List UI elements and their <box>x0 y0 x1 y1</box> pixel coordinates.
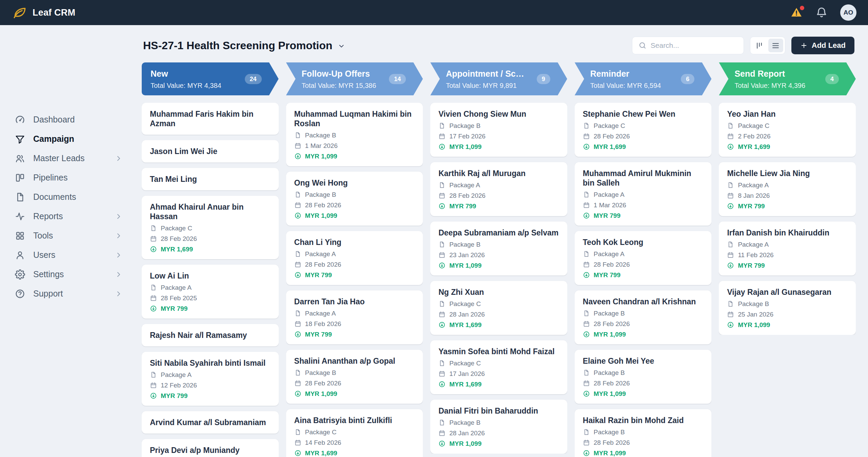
lead-date-row: 28 Jan 2026 <box>438 430 559 437</box>
lead-price-row: MYR 1,099 <box>294 390 415 397</box>
column-count-badge: 24 <box>245 74 262 84</box>
sidebar-item-tools[interactable]: Tools <box>0 226 133 245</box>
lead-card[interactable]: Shalini Ananthan a/p Gopal Package B 28 … <box>286 350 423 404</box>
lead-price-row: MYR 1,699 <box>294 450 415 457</box>
notifications-button[interactable] <box>815 6 828 19</box>
avatar[interactable]: AO <box>840 4 856 21</box>
lead-card[interactable]: Muhammad Faris Hakim bin Azman <box>142 103 279 135</box>
lead-card[interactable]: Naveen Chandran a/l Krishnan Package B 2… <box>575 290 712 344</box>
lead-card[interactable]: Vivien Chong Siew Mun Package B 17 Feb 2… <box>430 103 567 157</box>
lead-card[interactable]: Karthik Raj a/l Murugan Package A 28 Feb… <box>430 162 567 216</box>
lead-card[interactable]: Danial Fitri bin Baharuddin Package B 28… <box>430 400 567 454</box>
lead-card[interactable]: Chan Li Ying Package A 28 Feb 2026 MYR 7… <box>286 231 423 285</box>
package-icon <box>294 310 301 317</box>
price-icon <box>150 392 157 399</box>
sidebar-item-master-leads[interactable]: Master Leads <box>0 149 133 168</box>
sidebar-item-campaign[interactable]: Campaign <box>0 129 133 149</box>
package-icon <box>150 284 157 291</box>
column-count-badge: 6 <box>681 74 694 84</box>
lead-name: Muhammad Luqman Hakimi bin Roslan <box>294 109 415 128</box>
kanban-view-button[interactable] <box>752 39 767 52</box>
sidebar-item-settings[interactable]: Settings <box>0 265 133 284</box>
lead-package: Package C <box>305 429 337 435</box>
price-icon <box>438 203 446 210</box>
alerts-button[interactable] <box>790 6 803 19</box>
add-lead-button[interactable]: Add Lead <box>791 37 854 54</box>
lead-card[interactable]: Ong Wei Hong Package B 28 Feb 2026 MYR 1… <box>286 172 423 226</box>
lead-card[interactable]: Ng Zhi Xuan Package C 28 Jan 2026 MYR 1,… <box>430 281 567 335</box>
lead-card[interactable]: Teoh Kok Leong Package A 28 Feb 2026 MYR… <box>575 231 712 285</box>
lead-date-row: 17 Jan 2026 <box>438 370 559 377</box>
lead-card[interactable]: Yasmin Sofea binti Mohd Faizal Package C… <box>430 340 567 394</box>
list-view-button[interactable] <box>768 39 783 52</box>
lead-card[interactable]: Vijay Rajan a/l Gunasegaran Package B 25… <box>719 281 856 335</box>
package-icon <box>583 429 590 436</box>
calendar-icon <box>294 439 301 446</box>
chevron-down-icon <box>338 42 345 50</box>
lead-name: Danial Fitri bin Baharuddin <box>438 406 559 416</box>
lead-card[interactable]: Priya Devi a/p Muniandy <box>142 439 279 457</box>
lead-card[interactable]: Haikal Razin bin Mohd Zaid Package B 28 … <box>575 409 712 457</box>
lead-price: MYR 1,699 <box>161 246 193 252</box>
plus-icon <box>800 42 808 49</box>
brand[interactable]: Leaf CRM <box>12 5 75 20</box>
lead-price-row: MYR 799 <box>294 331 415 338</box>
sidebar-item-dashboard[interactable]: Dashboard <box>0 110 133 129</box>
lead-card[interactable]: Arvind Kumar a/l Subramaniam <box>142 411 279 434</box>
lead-name: Ong Wei Hong <box>294 178 415 188</box>
lead-card[interactable]: Stephanie Chew Pei Wen Package C 28 Feb … <box>575 103 712 157</box>
lead-package-row: Package B <box>438 122 559 129</box>
lead-date: 11 Feb 2026 <box>738 252 773 258</box>
column-header: Send Report Total Value: MYR 4,396 4 <box>719 62 856 95</box>
sidebar-item-users[interactable]: Users <box>0 245 133 265</box>
list-icon <box>771 41 780 50</box>
lead-price: MYR 1,099 <box>449 440 481 447</box>
sidebar-item-support[interactable]: Support <box>0 284 133 303</box>
lead-date: 17 Feb 2026 <box>449 133 486 139</box>
document-icon <box>15 192 25 202</box>
lead-card[interactable]: Tan Mei Ling <box>142 168 279 190</box>
column-cards: Vivien Chong Siew Mun Package B 17 Feb 2… <box>430 103 567 454</box>
lead-card[interactable]: Muhammad Luqman Hakimi bin Roslan Packag… <box>286 103 423 166</box>
search-input[interactable] <box>651 41 737 50</box>
lead-card[interactable]: Darren Tan Jia Hao Package A 18 Feb 2026… <box>286 290 423 344</box>
lead-card[interactable]: Elaine Goh Mei Yee Package B 28 Feb 2026… <box>575 350 712 404</box>
lead-card[interactable]: Jason Lim Wei Jie <box>142 140 279 163</box>
lead-card[interactable]: Low Ai Lin Package A 28 Feb 2025 MYR 799 <box>142 265 279 319</box>
calendar-icon <box>294 142 301 149</box>
sidebar-item-documents[interactable]: Documents <box>0 187 133 207</box>
lead-card[interactable]: Irfan Danish bin Khairuddin Package A 11… <box>719 222 856 275</box>
lead-card[interactable]: Ahmad Khairul Anuar bin Hassan Package C… <box>142 196 279 259</box>
lead-card[interactable]: Rajesh Nair a/l Ramasamy <box>142 324 279 346</box>
help-icon <box>15 289 25 299</box>
package-icon <box>727 241 734 248</box>
sidebar-item-label: Master Leads <box>33 153 84 163</box>
search-box <box>632 37 744 54</box>
lead-card[interactable]: Siti Nabila Syahirah binti Ismail Packag… <box>142 352 279 406</box>
lead-date: 17 Jan 2026 <box>449 370 485 377</box>
lead-date-row: 28 Feb 2026 <box>583 261 704 268</box>
price-icon <box>294 390 301 397</box>
lead-package-row: Package C <box>438 360 559 367</box>
lead-price: MYR 1,099 <box>305 153 337 159</box>
lead-name: Aina Batrisyia binti Zulkifli <box>294 416 415 425</box>
lead-price: MYR 799 <box>305 331 332 338</box>
sidebar-item-reports[interactable]: Reports <box>0 207 133 226</box>
lead-package: Package B <box>449 122 480 129</box>
sidebar-item-pipelines[interactable]: Pipelines <box>0 168 133 187</box>
lead-price: MYR 799 <box>594 212 620 219</box>
lead-card[interactable]: Michelle Liew Jia Ning Package A 8 Jan 2… <box>719 162 856 216</box>
lead-card[interactable]: Yeo Jian Han Package C 2 Feb 2026 MYR 1,… <box>719 103 856 157</box>
lead-card[interactable]: Deepa Subramaniam a/p Selvam Package B 2… <box>430 222 567 275</box>
lead-package-row: Package B <box>438 419 559 426</box>
lead-package: Package B <box>305 132 336 138</box>
lead-price: MYR 1,699 <box>305 450 337 456</box>
calendar-icon <box>583 320 590 327</box>
lead-date: 28 Feb 2026 <box>449 192 486 199</box>
lead-package-row: Package C <box>150 225 271 232</box>
lead-price-row: MYR 799 <box>438 203 559 210</box>
lead-price: MYR 1,099 <box>738 322 770 328</box>
lead-card[interactable]: Muhammad Amirul Mukminin bin Salleh Pack… <box>575 162 712 226</box>
lead-card[interactable]: Aina Batrisyia binti Zulkifli Package C … <box>286 409 423 457</box>
campaign-title-dropdown[interactable]: HS-27-1 Health Screening Promotion <box>143 39 345 52</box>
